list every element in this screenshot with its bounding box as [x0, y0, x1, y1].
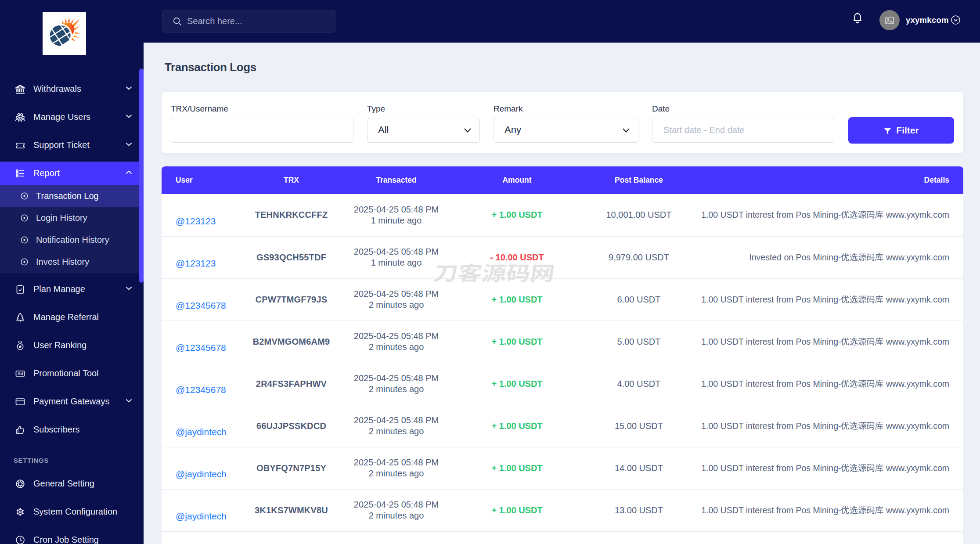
- svg-text:Ad: Ad: [18, 371, 23, 376]
